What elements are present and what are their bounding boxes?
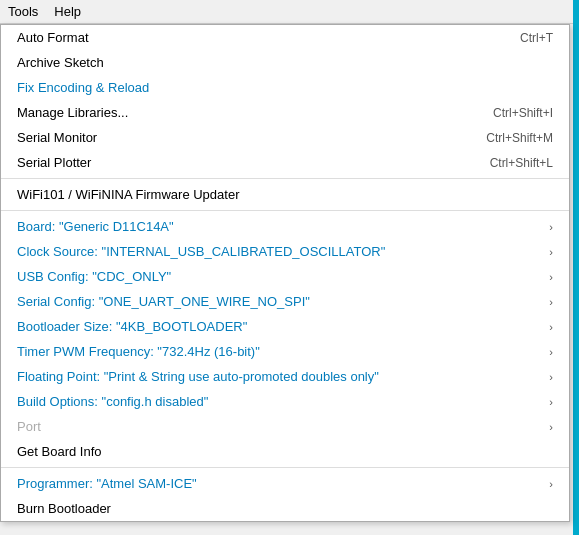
menu-item-label-wifi-updater: WiFi101 / WiFiNINA Firmware Updater [17,187,553,202]
menu-item-floating-point[interactable]: Floating Point: "Print & String use auto… [1,364,569,389]
menu-item-label-programmer: Programmer: "Atmel SAM-ICE" [17,476,509,491]
menu-item-arrow-board: › [549,221,553,233]
menu-item-arrow-serial-config: › [549,296,553,308]
menu-item-build-options[interactable]: Build Options: "config.h disabled"› [1,389,569,414]
menu-item-shortcut-manage-libraries: Ctrl+Shift+I [493,106,553,120]
menu-item-bootloader-size[interactable]: Bootloader Size: "4KB_BOOTLOADER"› [1,314,569,339]
menu-item-timer-pwm[interactable]: Timer PWM Frequency: "732.4Hz (16-bit)"› [1,339,569,364]
menu-separator-19 [1,467,569,468]
menu-item-board[interactable]: Board: "Generic D11C14A"› [1,214,569,239]
menu-item-arrow-floating-point: › [549,371,553,383]
menu-item-label-serial-config: Serial Config: "ONE_UART_ONE_WIRE_NO_SPI… [17,294,509,309]
menu-item-wifi-updater[interactable]: WiFi101 / WiFiNINA Firmware Updater [1,182,569,207]
menu-item-label-board: Board: "Generic D11C14A" [17,219,509,234]
menubar-item-tools[interactable]: Tools [0,2,46,21]
menu-item-label-archive-sketch: Archive Sketch [17,55,553,70]
tools-dropdown-menu: Auto FormatCtrl+TArchive SketchFix Encod… [0,24,570,522]
menu-item-label-bootloader-size: Bootloader Size: "4KB_BOOTLOADER" [17,319,509,334]
menu-item-shortcut-serial-plotter: Ctrl+Shift+L [490,156,553,170]
menu-item-arrow-usb-config: › [549,271,553,283]
menu-item-usb-config[interactable]: USB Config: "CDC_ONLY"› [1,264,569,289]
menu-item-label-get-board-info: Get Board Info [17,444,553,459]
menu-item-programmer[interactable]: Programmer: "Atmel SAM-ICE"› [1,471,569,496]
right-edge-bar [573,0,579,535]
menu-item-label-build-options: Build Options: "config.h disabled" [17,394,509,409]
menu-item-serial-config[interactable]: Serial Config: "ONE_UART_ONE_WIRE_NO_SPI… [1,289,569,314]
menu-item-serial-plotter[interactable]: Serial PlotterCtrl+Shift+L [1,150,569,175]
menu-item-burn-bootloader[interactable]: Burn Bootloader [1,496,569,521]
menu-item-label-fix-encoding: Fix Encoding & Reload [17,80,553,95]
menu-item-label-serial-monitor: Serial Monitor [17,130,446,145]
menu-item-arrow-port: › [549,421,553,433]
menu-separator-8 [1,210,569,211]
menu-item-label-floating-point: Floating Point: "Print & String use auto… [17,369,509,384]
menu-item-archive-sketch[interactable]: Archive Sketch [1,50,569,75]
menu-separator-6 [1,178,569,179]
menu-item-arrow-clock-source: › [549,246,553,258]
menu-item-arrow-bootloader-size: › [549,321,553,333]
menu-item-clock-source[interactable]: Clock Source: "INTERNAL_USB_CALIBRATED_O… [1,239,569,264]
menu-item-fix-encoding[interactable]: Fix Encoding & Reload [1,75,569,100]
menu-item-arrow-build-options: › [549,396,553,408]
menubar-item-help[interactable]: Help [46,2,89,21]
menu-item-manage-libraries[interactable]: Manage Libraries...Ctrl+Shift+I [1,100,569,125]
menubar: Tools Help [0,0,579,24]
menu-item-arrow-programmer: › [549,478,553,490]
menu-item-label-port: Port [17,419,509,434]
menu-item-label-manage-libraries: Manage Libraries... [17,105,453,120]
menu-item-label-auto-format: Auto Format [17,30,480,45]
menu-item-arrow-timer-pwm: › [549,346,553,358]
menu-item-label-timer-pwm: Timer PWM Frequency: "732.4Hz (16-bit)" [17,344,509,359]
menu-item-serial-monitor[interactable]: Serial MonitorCtrl+Shift+M [1,125,569,150]
menu-item-shortcut-serial-monitor: Ctrl+Shift+M [486,131,553,145]
menu-item-label-burn-bootloader: Burn Bootloader [17,501,553,516]
menu-item-port: Port› [1,414,569,439]
menu-item-label-usb-config: USB Config: "CDC_ONLY" [17,269,509,284]
menu-item-shortcut-auto-format: Ctrl+T [520,31,553,45]
menu-item-label-clock-source: Clock Source: "INTERNAL_USB_CALIBRATED_O… [17,244,509,259]
menu-item-label-serial-plotter: Serial Plotter [17,155,450,170]
menu-item-auto-format[interactable]: Auto FormatCtrl+T [1,25,569,50]
menu-item-get-board-info[interactable]: Get Board Info [1,439,569,464]
